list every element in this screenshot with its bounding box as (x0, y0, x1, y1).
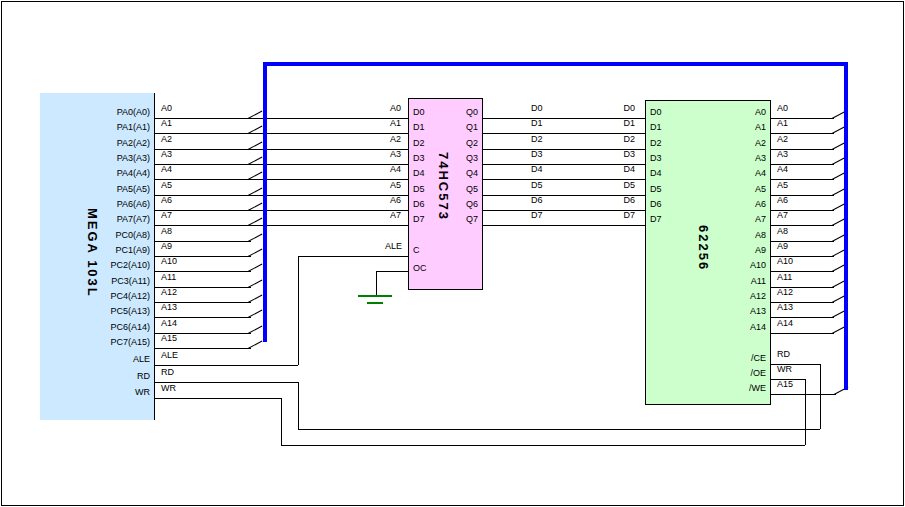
ale-wire (298, 256, 299, 365)
rd-wire (298, 382, 299, 429)
data-wire-label: D7 (531, 211, 543, 220)
wr-wire (805, 379, 806, 445)
address-wire-label: A6 (777, 196, 788, 205)
sram-pin-label: A8 (696, 231, 766, 240)
mcu-pin-label: PC4(A12) (40, 292, 150, 301)
address-wire-label: A10 (161, 257, 177, 266)
sram-pin-label: D3 (650, 154, 662, 163)
address-wire (155, 348, 251, 349)
a15-wire (771, 394, 836, 395)
address-wire-label: A4 (161, 165, 172, 174)
latch-pin-label: D7 (413, 215, 425, 224)
mcu-pin-label: PA6(A6) (40, 200, 150, 209)
address-wire-label: A4 (777, 165, 788, 174)
mcu-pin-label: PC7(A15) (40, 338, 150, 347)
address-wire-label: A4 (341, 165, 401, 174)
wr-wire-label: WR (777, 365, 792, 374)
oc-wire (376, 271, 377, 295)
oc-wire (376, 271, 408, 272)
wr-wire (155, 398, 281, 399)
mcu-pin-label: PC6(A14) (40, 323, 150, 332)
mcu-pin-label: PC1(A9) (40, 246, 150, 255)
address-wire-label: A7 (777, 211, 788, 220)
rd-wire-label: RD (777, 350, 790, 359)
sram-pin-label: A7 (696, 215, 766, 224)
sram-pin-label: A3 (696, 154, 766, 163)
address-wire (771, 333, 834, 334)
address-wire-label: A12 (777, 288, 793, 297)
address-wire-label: A12 (161, 288, 177, 297)
sram-pin-label: A5 (696, 185, 766, 194)
sram-pin-label: /CE (696, 354, 766, 363)
mcu-pin-label: PA2(A2) (40, 139, 150, 148)
data-wire-label: D7 (575, 211, 635, 220)
address-wire-label: A13 (777, 303, 793, 312)
data-wire-label: D0 (575, 104, 635, 113)
address-wire-label: A8 (161, 227, 172, 236)
latch-pin-label: Q4 (428, 169, 478, 178)
address-wire-label: A0 (161, 104, 172, 113)
ale-wire-label: ALE (161, 351, 178, 360)
sram-pin-label: A4 (696, 169, 766, 178)
ale-wire (298, 256, 408, 257)
address-wire (155, 133, 408, 134)
sram-pin-label: D2 (650, 139, 662, 148)
address-wire-label: A1 (161, 119, 172, 128)
data-wire-label: D0 (531, 104, 543, 113)
address-wire-label: A11 (777, 273, 792, 282)
sram-pin-label: /OE (696, 369, 766, 378)
sram-pin-label: D7 (650, 215, 662, 224)
ale-wire (155, 365, 298, 366)
address-wire-label: A2 (341, 135, 401, 144)
address-bus-left-segment (263, 62, 267, 342)
data-wire-label: D4 (531, 165, 543, 174)
rd-wire (155, 382, 298, 383)
mcu-pin-label: RD (40, 372, 150, 381)
mcu-pin-label: PA0(A0) (40, 108, 150, 117)
wr-wire (281, 398, 282, 445)
sram-pin-label: D5 (650, 185, 662, 194)
ale-wire-label: ALE (342, 242, 402, 251)
address-wire-label: A9 (777, 242, 788, 251)
address-wire-label: A1 (341, 119, 401, 128)
ground-symbol-bar-short (367, 302, 383, 304)
sram-pin-label: A9 (696, 246, 766, 255)
latch-pin-label: Q1 (428, 123, 478, 132)
address-wire-label: A14 (777, 319, 793, 328)
latch-pin-label: Q7 (428, 215, 478, 224)
sram-pin-label: A2 (696, 139, 766, 148)
data-wire-label: D6 (575, 196, 635, 205)
mcu-pin-label: PC3(A11) (40, 277, 150, 286)
mcu-pin-label: PA7(A7) (40, 215, 150, 224)
latch-pin-label: D6 (413, 200, 425, 209)
sram-pin-label: D4 (650, 169, 662, 178)
sram-pin-label: /WE (696, 384, 766, 393)
ground-symbol-bar-long (358, 295, 392, 297)
address-wire-label: A1 (777, 119, 788, 128)
mcu-pin-label: PC5(A13) (40, 307, 150, 316)
address-wire-label: A0 (777, 104, 788, 113)
sram-pin-label: D1 (650, 123, 662, 132)
address-wire-label: A3 (161, 150, 172, 159)
address-wire-label: A9 (161, 242, 172, 251)
sram-pin-label: A12 (696, 292, 766, 301)
mcu-pin-label: WR (40, 388, 150, 397)
data-wire (483, 179, 645, 180)
address-wire (155, 179, 408, 180)
sram-pin-label: D6 (650, 200, 662, 209)
a15-wire-label: A15 (777, 380, 793, 389)
address-wire-label: A11 (161, 273, 176, 282)
latch-pin-label: D3 (413, 154, 425, 163)
data-wire (483, 133, 645, 134)
address-wire-label: A5 (161, 181, 172, 190)
mcu-pin-label: PA3(A3) (40, 154, 150, 163)
sram-pin-label: A13 (696, 307, 766, 316)
latch-pin-label: Q5 (428, 185, 478, 194)
address-wire-label: A2 (777, 135, 788, 144)
data-wire-label: D5 (575, 181, 635, 190)
data-wire-label: D1 (575, 119, 635, 128)
sram-pin-label: A10 (696, 261, 766, 270)
address-wire-label: A13 (161, 303, 177, 312)
mcu-pin-label: PC0(A8) (40, 231, 150, 240)
address-wire-label: A7 (161, 211, 172, 220)
